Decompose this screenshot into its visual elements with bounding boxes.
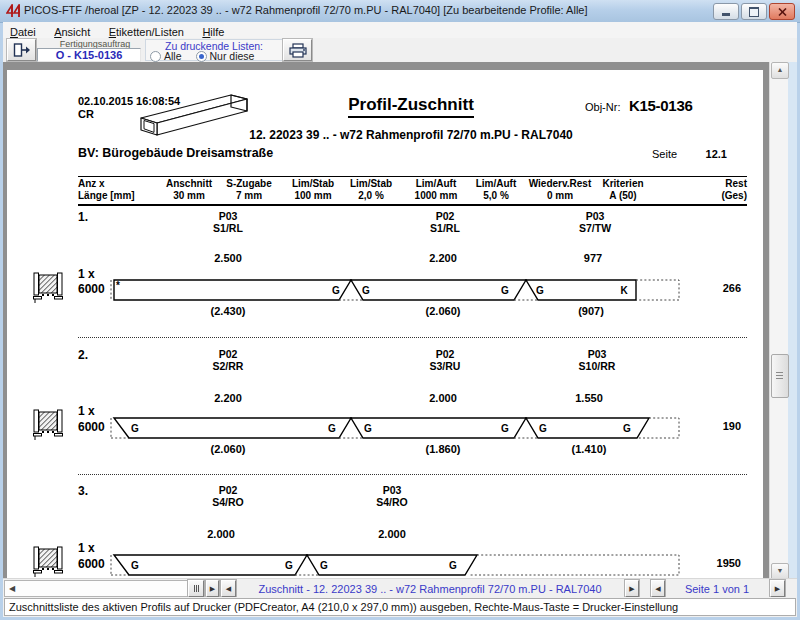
position-block: P02S2/RR [186,348,270,372]
vertical-scrollbar[interactable]: ▲ ▼ [769,62,788,578]
cut-length: (2.430) [186,305,270,317]
mitre-cut-glyph: G [623,423,631,434]
mitre-cut-glyph: G [501,423,509,434]
menu-hilfe[interactable]: Hilfe [195,25,231,38]
menu-ansicht[interactable]: Ansicht [47,25,97,38]
table-rule-bottom [78,204,747,206]
col-anz-laenge: Anz xLänge [mm] [78,178,135,202]
profile-cross-section-icon [33,271,63,303]
piece-length: 2.200 [186,392,270,404]
fertigungsauftrag-field[interactable]: O - K15-0136 [37,48,141,62]
profile-cross-section-icon [33,545,63,577]
position-block: P03S4/RO [350,484,434,508]
rest-length: 1950 [671,557,741,569]
document-page: 02.10.2015 16:08:54 CR Profil-Zuschnitt … [7,70,763,578]
section-separator [78,474,747,475]
vertical-scrollbar-thumb[interactable] [771,354,789,398]
scroll-down-button[interactable]: ▼ [771,563,789,578]
menu-datei[interactable]: Datei [3,25,43,38]
profile-cross-section-icon [33,408,63,440]
obj-nr-label: Obj-Nr: [585,101,620,113]
rest-length: 190 [671,420,741,432]
close-button[interactable] [769,3,795,20]
toolbar: Fertigungsauftrag O - K15-0136 Zu drucke… [3,38,797,63]
bv-project-line: BV: Bürogebäude Dreisamstraße [78,146,273,160]
mitre-cut-glyph: G [328,423,336,434]
maximize-icon [749,7,759,17]
status-message: Zuschnittsliste des aktiven Profils auf … [4,598,796,616]
bottom-nav-bar: ◀ ▶ ◀ Zuschnitt - 12. 22023 39 .. - w72 … [3,578,797,598]
position-block: P03S10/RR [555,348,639,372]
title-bar[interactable]: PICOS-FTF /heroal [ZP - 12. 22023 39 .. … [0,0,800,23]
menu-bar: Datei Ansicht Etiketten/Listen Hilfe [3,22,797,39]
piece-length: 2.000 [179,528,263,540]
piece-length: 2.000 [401,392,485,404]
section-separator [78,337,747,338]
radio-alle[interactable] [150,51,161,62]
mitre-cut-glyph: G [332,285,340,296]
mitre-cut-glyph: G [501,285,509,296]
piece-length: 2.200 [401,252,485,264]
minimize-button[interactable] [713,3,739,20]
mitre-cut-glyph: G [285,560,293,571]
piece-length: 2.500 [186,252,270,264]
window-title: PICOS-FTF /heroal [ZP - 12. 22023 39 .. … [24,4,588,16]
obj-nr-value: K15-0136 [629,97,692,114]
cut-length: (1.410) [547,443,631,455]
rest-length: 266 [671,282,741,294]
cutting-bar-diagram-1: * G G G G K [103,278,751,304]
start-mark: * [116,280,120,291]
list-next-button[interactable]: ▶ [625,580,639,597]
piece-length: 1.550 [547,392,631,404]
col-kriterien: KriterienA (50) [578,178,668,202]
stock-length: 6000 [78,282,105,296]
splitter-grip-icon [194,585,199,592]
piece-length: 977 [551,252,635,264]
cut-length: (2.060) [401,305,485,317]
mitre-cut-glyph: G [364,423,372,434]
page-next-button[interactable]: ▶ [770,580,785,597]
piece-length: 2.000 [350,528,434,540]
table-rule-top [78,176,747,177]
exit-door-icon [13,43,31,57]
print-button[interactable] [283,39,312,61]
exit-button[interactable] [7,39,36,61]
tab-splitter-button[interactable] [188,580,204,597]
radio-nur-diese-label[interactable]: Nur diese [210,50,255,62]
printer-icon [288,43,308,58]
menu-etiketten-listen[interactable]: Etiketten/Listen [102,25,191,38]
close-icon [778,8,787,16]
cutting-bar-diagram-2: G G G G G G [103,416,751,442]
position-block: P02S3/RU [403,348,487,372]
section-number: 1. [78,210,88,224]
seite-value: 12.1 [667,148,727,160]
maximize-button[interactable] [741,3,767,20]
page-prev-button[interactable]: ◀ [651,580,665,597]
cut-length: (907) [549,305,633,317]
profile-subtitle: 12. 22023 39 .. - w72 Rahmenprofil 72/70… [161,128,661,142]
scroll-up-button[interactable]: ▲ [771,62,789,79]
radio-nur-diese[interactable] [196,51,207,62]
radio-alle-label[interactable]: Alle [164,50,182,62]
stock-length: 6000 [78,420,105,434]
end-cut-glyph: K [620,285,628,296]
page-indicator-tab[interactable]: Seite 1 von 1 [666,580,768,597]
active-list-tab[interactable]: Zuschnitt - 12. 22023 39 .. - w72 Rahmen… [237,580,623,597]
col-rest-ges: Rest(Ges) [686,178,747,202]
position-block: P03S1/RL [186,210,270,234]
picos-logo-icon [6,4,21,18]
horizontal-scrollbar[interactable]: ◀ [4,580,188,597]
editor-initials: CR [78,108,94,120]
section-number: 2. [78,348,88,362]
zu-druckende-listen-group: Zu druckende Listen: Alle Nur diese [145,39,283,61]
cut-length: (1.860) [401,443,485,455]
minimize-icon [722,13,730,16]
list-prev-button[interactable]: ◀ [221,580,236,597]
mitre-cut-glyph: G [362,285,370,296]
mitre-cut-glyph: G [539,423,547,434]
tab-scroll-right-button[interactable]: ▶ [206,580,219,597]
bar-quantity: 1 x [78,404,95,418]
position-block: P02S4/RO [186,484,270,508]
preview-edge [787,62,797,578]
scroll-left-icon[interactable]: ◀ [9,584,15,593]
